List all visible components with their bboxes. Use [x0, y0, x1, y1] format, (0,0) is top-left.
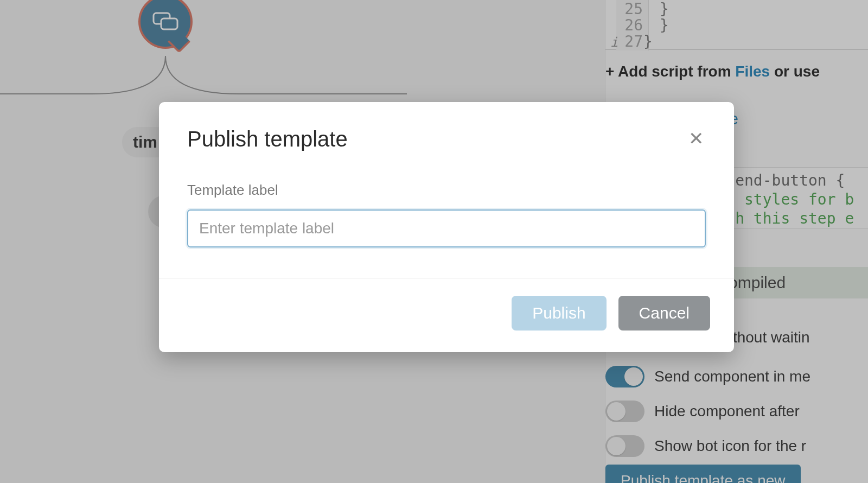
template-label-input[interactable] — [187, 209, 706, 247]
publish-button[interactable]: Publish — [512, 296, 606, 331]
template-label-field-label: Template label — [187, 182, 706, 199]
publish-template-modal: Publish template ✕ Template label Publis… — [159, 102, 734, 352]
modal-overlay[interactable]: Publish template ✕ Template label Publis… — [0, 0, 868, 483]
close-icon[interactable]: ✕ — [686, 127, 706, 150]
cancel-button[interactable]: Cancel — [618, 296, 710, 331]
modal-title: Publish template — [187, 127, 348, 151]
